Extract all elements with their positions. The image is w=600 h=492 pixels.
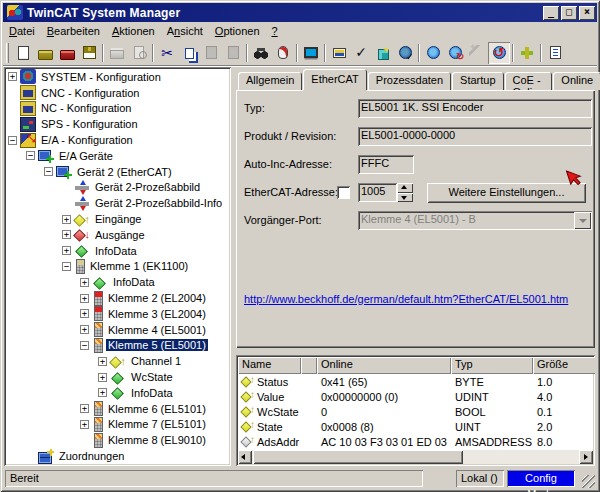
expand-icon[interactable]: + [98,388,107,397]
tab-prozessdaten[interactable]: Prozessdaten [368,72,451,90]
tree-item-label[interactable]: E/A Geräte [57,150,115,162]
collapse-icon[interactable]: − [62,262,71,271]
expand-icon[interactable]: + [80,325,89,334]
restart-system-button[interactable] [444,42,466,64]
spinner-up-icon[interactable] [397,183,413,193]
expand-icon[interactable]: + [80,278,89,287]
close-button[interactable]: × [579,6,595,20]
generate-mappings-button[interactable] [372,42,394,64]
tree-item-label[interactable]: SYSTEM - Konfiguration [39,71,163,83]
tree-item-klemme-8-el9010[interactable]: Klemme 8 (EL9010) [4,432,231,448]
spinner-down-icon[interactable] [397,193,413,203]
tree-item-eing-nge[interactable]: +Eingänge [4,211,231,227]
collapse-icon[interactable]: − [26,151,35,160]
tree-item-klemme-1-ek1100[interactable]: −Klemme 1 (EK1100) [4,259,231,275]
tree-item-label[interactable]: WcState [129,371,175,383]
column-header-gr-e[interactable]: Größe [533,357,595,374]
choose-target-system-button[interactable] [300,42,322,64]
tree-item-label[interactable]: Klemme 3 (EL2004) [106,308,208,320]
scroll-left-icon[interactable] [238,450,252,464]
tree-item-label[interactable]: Klemme 5 (EL5001) [106,339,208,351]
tree-item-klemme-5-el5001[interactable]: −Klemme 5 (EL5001) [4,338,231,354]
table-row-wcstate[interactable]: WcState0BOOL0.1 [238,404,593,419]
expand-icon[interactable]: + [8,72,17,81]
tree-item-label[interactable]: Zuordnungen [57,450,126,462]
tree-item-label[interactable]: Klemme 2 (EL2004) [106,292,208,304]
tree-item-label[interactable]: Ausgänge [93,229,147,241]
tree-item-label[interactable]: InfoData [129,387,175,399]
table-row-state[interactable]: State0x0008 (8)UINT2.0 [238,419,593,434]
tree-item-system-konfiguration[interactable]: +SYSTEM - Konfiguration [4,69,231,85]
menu-aktionen[interactable]: Aktionen [106,23,161,39]
tree-item-label[interactable]: InfoData [93,245,139,257]
tree-item-e-a-ger-te[interactable]: −E/A Geräte [4,148,231,164]
menu-optionen[interactable]: Optionen [209,23,266,39]
tree-item-label[interactable]: Klemme 8 (EL9010) [106,434,208,446]
new-file-button[interactable] [12,42,34,64]
resize-grip[interactable] [582,475,595,488]
expand-icon[interactable]: + [62,230,71,239]
tree-item-label[interactable]: Gerät 2 (EtherCAT) [75,166,174,178]
tree-item-label[interactable]: CNC - Konfiguration [39,87,141,99]
menu-?[interactable]: ? [266,23,284,39]
table-row-value[interactable]: Value0x00000000 (0)UDINT4.0 [238,389,593,404]
tree-item-infodata[interactable]: +InfoData [4,274,231,290]
tree-item-label[interactable]: Klemme 6 (EL5101) [106,403,208,415]
cut-button[interactable] [156,42,178,64]
menu-datei[interactable]: Datei [3,23,41,39]
expand-icon[interactable]: + [62,246,71,255]
table-row-status[interactable]: Status0x41 (65)BYTE1.0 [238,374,593,389]
minimize-button[interactable]: _ [543,6,559,20]
horizontal-scrollbar[interactable] [238,450,593,464]
tree-item-klemme-3-el2004[interactable]: +Klemme 3 (EL2004) [4,306,231,322]
properties-list-button[interactable] [544,42,566,64]
check-configuration-button[interactable] [350,42,372,64]
activate-configuration-button[interactable] [422,42,444,64]
tree-item-label[interactable]: NC - Konfiguration [39,102,134,114]
menu-bearbeiten[interactable]: Bearbeiten [41,23,106,39]
tab-ethercat[interactable]: EtherCAT [303,69,366,90]
column-header-typ[interactable]: Typ [451,357,533,374]
expand-icon[interactable]: + [80,294,89,303]
expand-icon[interactable]: + [80,309,89,318]
tab-allgemein[interactable]: Allgemein [238,72,302,90]
tree-item-label[interactable]: Klemme 4 (EL5001) [106,324,208,336]
tree-item-label[interactable]: Gerät 2-Prozeßabbild [93,181,202,193]
tree-item-klemme-7-el5101[interactable]: +Klemme 7 (EL5101) [4,417,231,433]
toggle-config-mode-button[interactable] [488,42,510,64]
table-row-adsaddr[interactable]: AdsAddrAC 10 03 F3 03 01 ED 03AMSADDRESS… [238,434,593,449]
weitere-einstellungen-button[interactable]: Weitere Einstellungen... [427,183,586,203]
tree-item-klemme-6-el5101[interactable]: +Klemme 6 (EL5101) [4,401,231,417]
tree-item-label[interactable]: Klemme 7 (EL5101) [106,418,208,430]
tree-item-sps-konfiguration[interactable]: SPS - Konfiguration [4,116,231,132]
tree-item-label[interactable]: SPS - Konfiguration [39,118,140,130]
tree-item-nc-konfiguration[interactable]: NC - Konfiguration [4,101,231,117]
tree-item-label[interactable]: Eingänge [93,213,144,225]
check-config-online-button[interactable] [394,42,416,64]
collapse-icon[interactable]: − [44,167,53,176]
collapse-icon[interactable]: − [80,341,89,350]
maximize-button[interactable]: □ [561,6,577,20]
menu-ansicht[interactable]: Ansicht [161,23,209,39]
expand-icon[interactable]: + [98,373,107,382]
scrollbar-track[interactable] [463,450,579,464]
tree-item-label[interactable]: InfoData [111,276,157,288]
tree-item-label[interactable]: Klemme 1 (EK1100) [88,260,190,272]
tree-item-label[interactable]: E/A - Konfiguration [39,134,135,146]
tree-item-ger-t-2-proze-abbild[interactable]: Gerät 2-Prozeßabbild [4,180,231,196]
tree-item-infodata[interactable]: +InfoData [4,385,231,401]
expand-icon[interactable]: + [98,357,107,366]
edit-properties-button[interactable] [272,42,294,64]
tree-item-cnc-konfiguration[interactable]: CNC - Konfiguration [4,85,231,101]
expand-icon[interactable]: + [80,420,89,429]
tree-item-e-a-konfiguration[interactable]: −E/A - Konfiguration [4,132,231,148]
tree-item-ger-t-2-ethercat[interactable]: −Gerät 2 (EtherCAT) [4,164,231,180]
copy-button[interactable] [178,42,200,64]
tab-coe-online[interactable]: CoE - Online [505,72,553,90]
find-button[interactable] [250,42,272,64]
column-header-name[interactable]: Name [238,357,301,374]
column-header-online[interactable]: Online [317,357,451,374]
ethercat-adresse-checkbox[interactable] [337,186,350,199]
ethercat-adresse-field[interactable]: 1005 [358,183,397,202]
column-header-blank[interactable] [301,357,317,374]
